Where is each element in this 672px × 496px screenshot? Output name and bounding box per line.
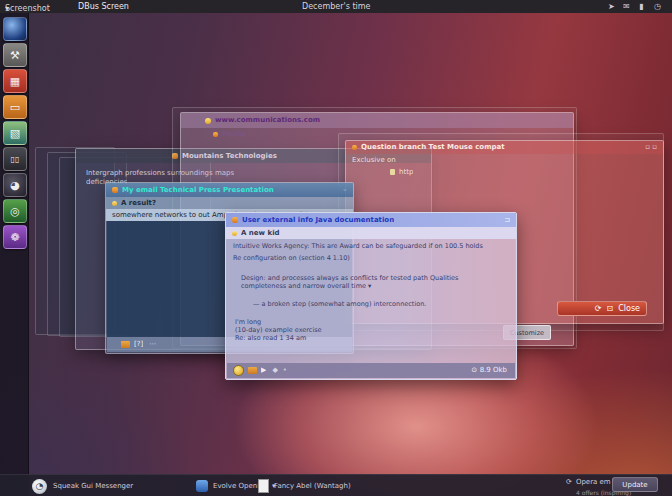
window-front-titlebar[interactable]: User external info Java documentation ⊐: [226, 213, 516, 227]
buddy-icon: [232, 231, 237, 236]
message-line: Re: also read 1 34 am: [235, 334, 509, 342]
launcher-item-media[interactable]: ❁: [3, 225, 27, 249]
launcher-item-files[interactable]: ▭: [3, 95, 27, 119]
window-right-lock-row[interactable]: http: [346, 166, 663, 178]
message-line: I'm long: [235, 318, 509, 326]
update-button[interactable]: Update: [612, 477, 658, 492]
app-icon: [205, 118, 211, 124]
more-icon[interactable]: ⋯: [149, 340, 156, 349]
document-icon: [258, 479, 269, 493]
help-icon[interactable]: [?]: [134, 340, 143, 349]
launcher-item-calendar[interactable]: ▦: [3, 69, 27, 93]
app-icon: [232, 217, 238, 223]
bookmark-icon: [213, 132, 218, 137]
taskbar-document-label: Fancy Abel (Wantagh): [274, 482, 351, 490]
record-icon: ◎: [10, 206, 20, 217]
launcher-item-devices[interactable]: ▯▯: [3, 147, 27, 171]
window-right-titlebar[interactable]: Question branch Test Mouse compat ▫ ▫: [346, 141, 663, 154]
window-right-title: Question branch Test Mouse compat: [361, 143, 505, 152]
window-control-icon[interactable]: ◦: [343, 186, 347, 195]
status-icon: [112, 201, 117, 206]
window-right-row-label: Exclusive on: [352, 156, 396, 165]
clock-indicator-icon[interactable]: ◷: [654, 2, 661, 11]
taskbar: ◔ Squeak Gui Messenger Evolve Opening ▾ …: [0, 474, 672, 496]
battery-indicator-icon[interactable]: ▮: [639, 2, 643, 11]
messenger-icon: ◔: [32, 479, 47, 494]
folder-icon[interactable]: [121, 341, 130, 348]
mail-indicator-icon[interactable]: ✉: [623, 2, 630, 11]
top-panel: Screenshot ▾ DBus Screen December's time…: [0, 0, 672, 13]
insert-icon[interactable]: •: [283, 366, 287, 375]
attach-icon[interactable]: [248, 367, 257, 374]
close-button[interactable]: Close: [618, 304, 640, 313]
lock-icon: [390, 169, 395, 175]
counter-value: 8.9 Okb: [480, 366, 507, 375]
window-control-icon[interactable]: ⊐: [504, 216, 510, 225]
app-blue-icon: [196, 480, 208, 492]
message-line: Intuitive Works Agency: This are Award c…: [233, 242, 509, 250]
window-top-title: www.communications.com: [215, 116, 320, 125]
app-icon: [112, 187, 118, 193]
chevron-down-icon: ▾: [5, 4, 9, 13]
launcher-item-recorder[interactable]: ◎: [3, 199, 27, 223]
emoticon-icon[interactable]: [233, 365, 244, 376]
refresh-icon: ⟳: [566, 478, 572, 486]
launcher-item-tools[interactable]: ⚒: [3, 43, 27, 67]
taskbar-item-messenger[interactable]: ◔ Squeak Gui Messenger: [32, 475, 133, 496]
launcher-item-swirl-app[interactable]: ◕: [3, 173, 27, 197]
tools-icon: ⚒: [10, 50, 20, 61]
font-icon[interactable]: ◆: [272, 366, 277, 375]
window-front-toolbar[interactable]: ▶ ◆ • ⊙ 8.9 Okb: [227, 363, 515, 378]
taskbar-item-document[interactable]: Fancy Abel (Wantagh): [258, 475, 351, 496]
panel-window-title: DBus Screen: [78, 2, 129, 11]
window-front-title: User external info Java documentation: [242, 216, 394, 225]
window-top-titlebar[interactable]: www.communications.com: [181, 113, 573, 128]
reload-icon[interactable]: ⟳: [595, 304, 602, 313]
window-front-subrow[interactable]: A new kid: [226, 227, 516, 239]
play-icon[interactable]: ▶: [261, 366, 266, 375]
launcher-item-browser[interactable]: [3, 17, 27, 41]
pointer-indicator-icon[interactable]: ➤: [608, 2, 615, 11]
message-line: (10-day) example exercise: [235, 326, 509, 334]
message-line: — a broken step (somewhat among) interco…: [253, 300, 509, 308]
window-blue-titlebar[interactable]: My email Technical Press Presentation ◦: [106, 183, 353, 197]
window-front-content[interactable]: Intuitive Works Agency: This are Award c…: [227, 239, 515, 363]
taskbar-messenger-label: Squeak Gui Messenger: [53, 482, 133, 490]
window-front-subrow-label: A new kid: [241, 229, 280, 238]
flower-icon: ❁: [10, 232, 19, 243]
window-blue-subrow[interactable]: A result?: [106, 197, 353, 209]
close-button-bar[interactable]: ⟳ ⊡ Close: [557, 301, 647, 316]
window-controls[interactable]: ▫ ▫: [645, 143, 657, 152]
message-line: Re configuration on (section 4 1.10): [233, 254, 509, 262]
image-icon: ▧: [10, 128, 20, 139]
swirl-icon: ◕: [10, 180, 20, 191]
message-line: completeness and narrow overall time ▾: [241, 282, 509, 290]
grid-icon: ▦: [10, 76, 20, 87]
phones-icon: ▯▯: [11, 154, 20, 165]
window-top-subtitle: Mozilla: [222, 130, 246, 139]
panel-clock[interactable]: December's time: [302, 2, 370, 11]
window-right-lock-label: http: [399, 168, 413, 177]
message-line: Design: and processes always as conflict…: [241, 274, 509, 282]
counter-icon: ⊙: [471, 366, 477, 375]
window-right-row[interactable]: Exclusive on: [346, 154, 663, 166]
window-blue-title: My email Technical Press Presentation: [122, 186, 274, 195]
unity-launcher: ⚒ ▦ ▭ ▧ ▯▯ ◕ ◎ ❁: [0, 13, 29, 496]
window-box-icon[interactable]: ⊡: [607, 304, 614, 313]
window-blue-subrow-label: A result?: [121, 199, 156, 208]
window-front[interactable]: User external info Java documentation ⊐ …: [225, 212, 517, 380]
box-icon: ▭: [10, 102, 20, 113]
launcher-item-photos[interactable]: ▧: [3, 121, 27, 145]
app-icon: [352, 145, 357, 150]
